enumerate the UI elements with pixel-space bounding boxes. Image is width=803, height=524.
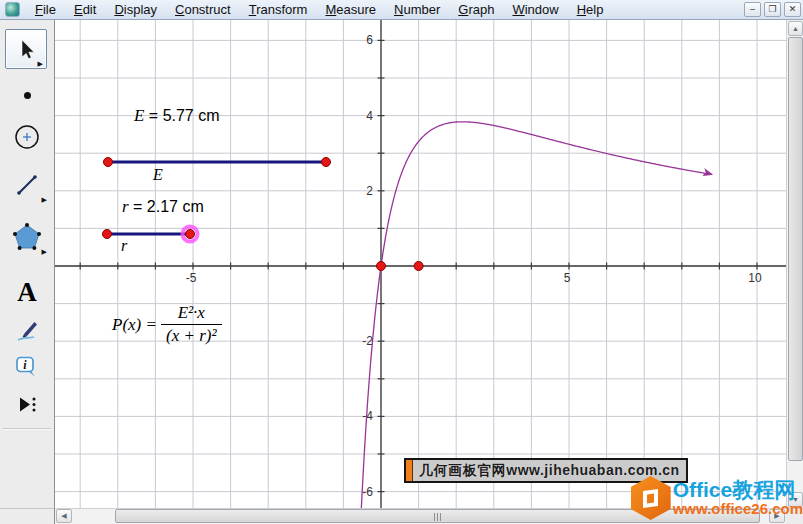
window-controls: –❐✕ [744, 2, 801, 17]
flyout-arrow-icon: ▶ [38, 60, 43, 68]
vertical-scroll-thumb[interactable] [788, 37, 803, 461]
svg-text:-5: -5 [186, 271, 197, 285]
tool-point[interactable] [4, 76, 50, 114]
svg-text:5: 5 [564, 271, 571, 285]
axis-point[interactable] [414, 262, 423, 271]
tool-information[interactable]: i [4, 348, 50, 386]
svg-text:6: 6 [366, 33, 373, 47]
function-plot-curve[interactable] [361, 122, 712, 508]
segment-endpoint[interactable] [186, 230, 195, 239]
office-logo-icon [631, 476, 671, 520]
svg-text:10: 10 [748, 271, 762, 285]
tool-custom[interactable] [4, 386, 50, 424]
axis-point[interactable] [377, 262, 386, 271]
measurement-variable: E [134, 106, 144, 125]
segment-icon [14, 172, 40, 198]
vertical-scrollbar[interactable]: ▲ ▼ [786, 20, 803, 508]
menu-item-construct[interactable]: Construct [166, 0, 240, 19]
measurement-variable: r [122, 197, 129, 216]
tool-selection-arrow[interactable]: ▶ [5, 29, 47, 69]
formula-numerator: E²·x [161, 303, 222, 325]
function-definition[interactable]: P(x) = E²·x (x + r)² [112, 303, 222, 346]
gsp-window: FileEditDisplayConstructTransformMeasure… [0, 0, 803, 524]
measurement-value: = 2.17 cm [129, 198, 204, 215]
tool-compass[interactable] [4, 118, 50, 156]
pentagon-icon [11, 221, 43, 253]
tool-polygon[interactable]: ▶ [4, 218, 50, 256]
measurement-value: = 5.77 cm [144, 107, 219, 124]
menu-item-graph[interactable]: Graph [449, 0, 503, 19]
measurement-r[interactable]: r = 2.17 cm [122, 197, 204, 217]
tool-text[interactable]: A [4, 273, 50, 311]
menu-item-file[interactable]: File [26, 0, 65, 19]
menu-item-number[interactable]: Number [385, 0, 449, 19]
custom-tool-icon [14, 393, 40, 417]
compass-circle-icon [13, 123, 41, 151]
minimize-button[interactable]: – [744, 2, 761, 17]
menu-bar: FileEditDisplayConstructTransformMeasure… [0, 0, 803, 20]
scroll-up-button[interactable]: ▲ [788, 21, 803, 36]
toolbar-separator [3, 428, 51, 430]
scroll-thumb-grip [433, 513, 442, 521]
toolbar-footer [0, 508, 55, 524]
info-bubble-icon: i [13, 354, 41, 380]
segment-endpoint[interactable] [104, 158, 113, 167]
main-area: ▶ ▶ [0, 20, 803, 508]
svg-text:2: 2 [366, 184, 373, 198]
segment-label-E[interactable]: E [153, 166, 163, 184]
flyout-arrow-icon: ▶ [42, 196, 47, 204]
close-button[interactable]: ✕ [784, 2, 801, 17]
formula-fraction: E²·x (x + r)² [161, 303, 222, 346]
office-site-url: www.office26.com [673, 501, 803, 517]
menu-item-edit[interactable]: Edit [65, 0, 105, 19]
scroll-left-button[interactable]: ◀ [56, 509, 72, 523]
toolbox: ▶ ▶ [0, 20, 55, 508]
app-icon[interactable] [5, 2, 20, 17]
office26-watermark: Office教程网 www.office26.com [631, 476, 803, 520]
segment-endpoint[interactable] [103, 230, 112, 239]
cursor-arrow-icon [14, 37, 38, 61]
marker-pen-icon [14, 318, 40, 344]
tool-marker[interactable] [4, 312, 50, 350]
flyout-arrow-icon: ▶ [42, 248, 47, 256]
point-icon [24, 92, 31, 99]
watermark-accent-bar [406, 460, 413, 481]
menu-item-measure[interactable]: Measure [316, 0, 385, 19]
restore-button[interactable]: ❐ [764, 2, 781, 17]
formula-denominator: (x + r)² [161, 325, 222, 346]
svg-text:4: 4 [366, 109, 373, 123]
menu-item-transform[interactable]: Transform [240, 0, 317, 19]
menu-item-display[interactable]: Display [105, 0, 166, 19]
text-tool-icon: A [17, 277, 37, 308]
svg-text:-6: -6 [362, 485, 373, 499]
segment-endpoint[interactable] [322, 158, 331, 167]
office-logo-glyph [643, 488, 658, 507]
menu-items: FileEditDisplayConstructTransformMeasure… [26, 0, 612, 19]
coordinate-plane: -5510642-2-4-6 [55, 20, 786, 508]
measurement-E[interactable]: E = 5.77 cm [134, 106, 220, 126]
office-site-name: Office教程网 [673, 479, 803, 501]
sketch-canvas[interactable]: -5510642-2-4-6 E = 5.77 cm E r = 2.17 cm… [55, 20, 786, 508]
menu-item-help[interactable]: Help [568, 0, 613, 19]
segment-label-r[interactable]: r [121, 237, 127, 255]
tool-straightedge[interactable]: ▶ [4, 166, 50, 204]
menu-item-window[interactable]: Window [503, 0, 567, 19]
svg-text:-4: -4 [362, 409, 373, 423]
formula-lhs: P(x) = [112, 315, 157, 335]
office-watermark-text: Office教程网 www.office26.com [673, 479, 803, 517]
